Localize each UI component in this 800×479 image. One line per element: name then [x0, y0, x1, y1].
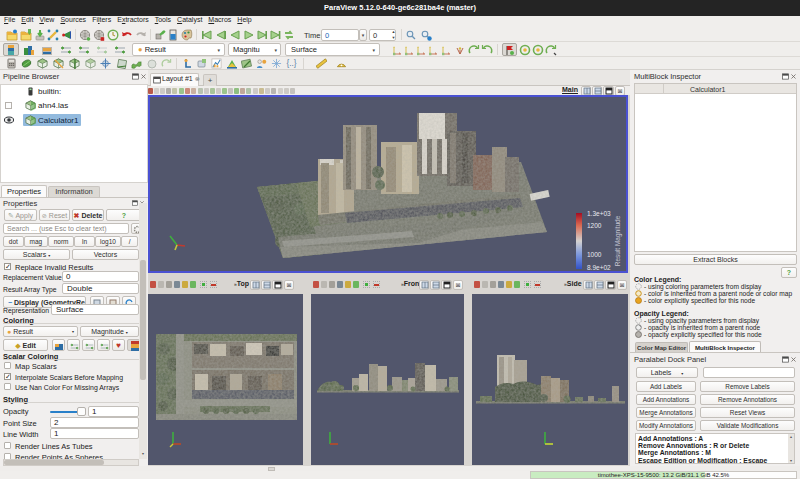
- svg-text:1200: 1200: [587, 222, 602, 229]
- svg-text:8.9e+02: 8.9e+02: [587, 264, 611, 271]
- svg-text:Result Magnitude: Result Magnitude: [614, 215, 622, 266]
- svg-text:1000: 1000: [587, 251, 602, 258]
- svg-text:1.3e+03: 1.3e+03: [587, 210, 611, 217]
